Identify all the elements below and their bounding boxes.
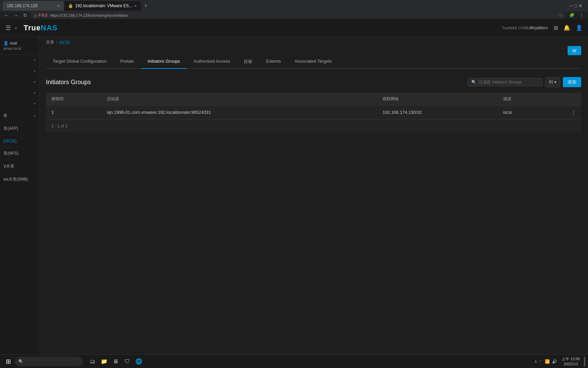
add-button[interactable]: 添加 <box>563 77 581 87</box>
tab-extents[interactable]: Extents <box>259 55 288 69</box>
chevron-down-icon: ▾ <box>34 58 35 62</box>
start-button[interactable]: ⊞ <box>3 356 14 367</box>
address-actions: ☆ <box>559 13 562 18</box>
table-row[interactable]: 1 iqn.1998-01.com.vmware:192.localdomain… <box>46 106 581 119</box>
browser-chrome: 192.168.174.128 ✕ 🔒 192.localdomain: VMw… <box>0 0 588 19</box>
browser-menu-icon[interactable]: ⋮ <box>578 13 585 18</box>
taskbar-system-icons: ∧ 🛡 📶 🔊 <box>534 359 558 364</box>
taskbar-shield-icon[interactable]: 🛡 <box>122 356 133 367</box>
cell-network: 192.168.174.130/32 <box>377 106 497 119</box>
address-bar[interactable]: ⚠ 不安全 https://192.168.174.128/ui/sharing… <box>31 12 566 19</box>
right-content: 共享 / iSCSI W Target Global Configuration… <box>39 37 588 354</box>
sidebar-nv-label: V共享 <box>3 164 14 169</box>
user-icon: 👤 <box>3 41 9 46</box>
close-window-button[interactable]: ✕ <box>578 3 583 9</box>
notifications-icon[interactable]: 🔔 <box>564 25 570 31</box>
browser-tab-2[interactable]: 🔒 192.localdomain: VMware ES... ✕ <box>64 1 141 11</box>
col-description: 描述 <box>498 93 544 106</box>
sidebar-iscsi-label: (iSCSI) <box>3 139 17 143</box>
taskbar-chevron-icon[interactable]: ∧ <box>534 359 537 364</box>
topnav-left: ☰ ‹ TrueNAS <box>5 24 58 32</box>
taskbar-app-icons: 🗂 📁 🖥 🛡 🌐 <box>87 356 144 367</box>
tabs: Target Global Configuration Portals Init… <box>46 55 581 69</box>
tab-associated-targets[interactable]: Associated Targets <box>288 55 339 69</box>
sidebar-item-nfs[interactable]: 享(NFS) <box>0 147 39 160</box>
sidebar-userhost: jenas.local <box>3 46 35 50</box>
breadcrumb-sharing[interactable]: 共享 <box>46 40 54 45</box>
sidebar-afp-label: 享(AFP) <box>3 126 18 132</box>
sidebar-item-5[interactable]: ▾ <box>0 98 39 109</box>
content-area: Target Global Configuration Portals Init… <box>39 48 588 354</box>
sidebar-item-service-label: 务 <box>3 113 7 119</box>
tab-initiators-groups[interactable]: Initiators Groups <box>141 55 187 69</box>
taskbar-security-icon[interactable]: 🛡 <box>539 359 543 364</box>
columns-chevron-icon: ▾ <box>554 80 556 85</box>
taskbar-show-desktop[interactable] <box>584 357 585 366</box>
reload-button[interactable]: ↻ <box>22 13 29 18</box>
breadcrumb: 共享 / iSCSI W <box>39 37 588 48</box>
header-actions: 🔍 列 ▾ 添加 <box>468 77 581 87</box>
sidebar-item-nv[interactable]: V共享 <box>0 160 39 173</box>
col-group-id: 群组ID <box>46 93 101 106</box>
browser-tab-1[interactable]: 192.168.174.128 ✕ <box>3 1 64 11</box>
page-title: Initiators Groups <box>46 79 91 86</box>
pagination: 1 - 1 of 1 <box>46 119 581 133</box>
hamburger-menu[interactable]: ☰ <box>5 24 11 32</box>
chevron-up-icon: ▴ <box>34 114 35 118</box>
new-tab-button[interactable]: + <box>141 1 150 11</box>
cell-row-actions[interactable]: ⋮ <box>544 106 581 119</box>
chevron-down-icon-4: ▾ <box>34 91 35 95</box>
forward-button[interactable]: → <box>12 13 20 18</box>
sidebar-item-service[interactable]: 务 ▴ <box>0 109 39 122</box>
page-header: Initiators Groups 🔍 列 ▾ 添加 <box>46 77 581 87</box>
taskbar-search-icon: 🔍 <box>18 359 23 364</box>
tab-authorized-access[interactable]: Authorized Access <box>187 55 237 69</box>
dashboard-icon[interactable]: ⊞ <box>554 25 558 31</box>
sidebar-item-1[interactable]: ▾ <box>0 55 39 66</box>
maximize-button[interactable]: □ <box>574 3 577 9</box>
tab-target-global[interactable]: Target Global Configuration <box>46 55 113 69</box>
tab-targets[interactable]: 目标 <box>237 55 259 69</box>
sidebar-item-smb[interactable]: ws共享(SMB) <box>0 173 39 186</box>
taskbar-clock[interactable]: 上午 12:00 2022/1/1 <box>559 356 583 366</box>
extensions-icon[interactable]: 🧩 <box>568 13 576 18</box>
taskbar-time: 上午 12:00 2022/1/1 <box>562 356 580 366</box>
taskbar-desktop-icon[interactable]: 🖥 <box>110 356 121 367</box>
profile-icon[interactable]: 👤 <box>576 25 583 31</box>
table-header-row: 群组ID 启动器 授权网络 描述 <box>46 93 581 106</box>
search-box[interactable]: 🔍 <box>468 78 542 86</box>
taskbar: ⊞ 🔍 🗂 📁 🖥 🛡 🌐 ∧ 🛡 📶 🔊 上午 12:00 2022/1/1 <box>0 354 588 368</box>
taskbar-explorer-icon[interactable]: 🗂 <box>87 356 98 367</box>
nav-back-button[interactable]: ‹ <box>15 25 17 31</box>
back-button[interactable]: ← <box>3 13 10 18</box>
sidebar-item-2[interactable]: ▾ <box>0 66 39 77</box>
main-layout: 👤 root jenas.local ▾ ▾ ▾ ▾ <box>0 37 588 354</box>
col-actions <box>544 93 581 106</box>
search-input[interactable] <box>478 80 539 85</box>
bookmark-icon[interactable]: ☆ <box>559 13 562 18</box>
chevron-down-icon-2: ▾ <box>34 69 35 73</box>
taskbar-chrome-icon[interactable]: 🌐 <box>133 356 144 367</box>
wizard-button[interactable]: W <box>568 46 581 55</box>
columns-button[interactable]: 列 ▾ <box>545 77 560 87</box>
col-network: 授权网络 <box>377 93 497 106</box>
taskbar-volume-icon[interactable]: 🔊 <box>552 359 557 364</box>
sidebar-item-iscsi[interactable]: (iSCSI) <box>0 135 39 147</box>
sidebar-item-3[interactable]: ▾ <box>0 77 39 88</box>
taskbar-wifi-icon[interactable]: 📶 <box>545 359 550 364</box>
tab2-close[interactable]: ✕ <box>134 4 137 8</box>
security-warning: ⚠ 不安全 <box>34 13 48 18</box>
tab-bar: 192.168.174.128 ✕ 🔒 192.localdomain: VMw… <box>0 0 588 12</box>
topnav: ☰ ‹ TrueNAS TrueNAS CORE® © 2022 - iXsys… <box>0 19 588 37</box>
address-bar-row: ← → ↻ ⚠ 不安全 https://192.168.174.128/ui/s… <box>0 12 588 19</box>
tab1-close[interactable]: ✕ <box>57 4 60 8</box>
minimize-button[interactable]: ─ <box>570 3 573 9</box>
cell-group-id: 1 <box>46 106 101 119</box>
breadcrumb-separator: / <box>56 40 57 45</box>
taskbar-files-icon[interactable]: 📁 <box>99 356 110 367</box>
sidebar-item-4[interactable]: ▾ <box>0 88 39 98</box>
tab-portals[interactable]: Portals <box>113 55 141 69</box>
taskbar-search[interactable]: 🔍 <box>15 357 83 366</box>
sidebar-user: 👤 root jenas.local <box>0 37 39 55</box>
sidebar-item-afp[interactable]: 享(AFP) <box>0 122 39 135</box>
